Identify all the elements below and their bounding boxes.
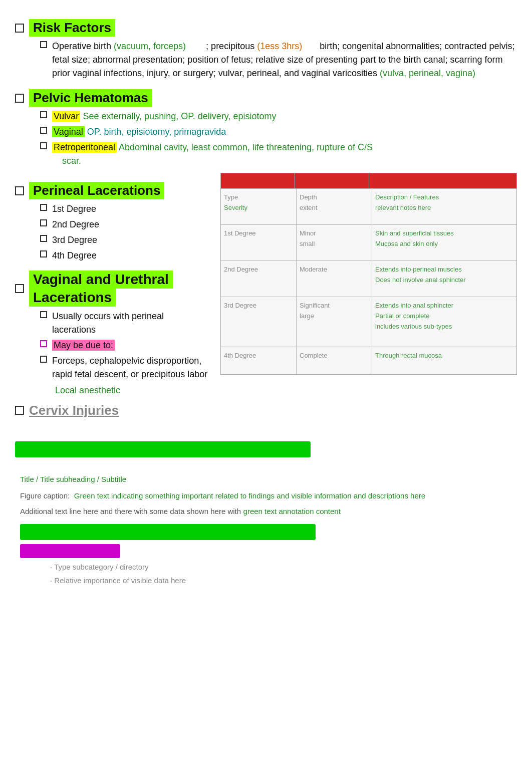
degree-4-bullet (40, 250, 47, 257)
retroperitoneal-item: Retroperitoneal Abdominal cavity, least … (40, 141, 517, 168)
r2c3-text: Skin and superficial tissuesMucosa and s… (375, 229, 454, 247)
r2c1-text: 1st Degree (224, 229, 256, 237)
r2c2-text: Minorsmall (300, 229, 316, 247)
table-row-3: 2nd Degree Moderate Extends into perinea… (221, 260, 516, 297)
degree-1-bullet (40, 204, 47, 211)
table-row-1-cell-1: TypeSeverity (221, 189, 297, 224)
degree-2-text: 2nd Degree (52, 218, 99, 231)
table-row-3-cell-1: 2nd Degree (221, 261, 297, 297)
table-row-5-cell-2: Complete (297, 347, 372, 374)
r3c2-text: Moderate (300, 266, 327, 273)
table-row-3-cell-2: Moderate (297, 261, 372, 297)
vaginal-bullet (40, 127, 47, 134)
table-row-4-cell-3: Extends into anal sphincterPartial or co… (372, 297, 516, 347)
table-row-2-cell-3: Skin and superficial tissuesMucosa and s… (372, 225, 516, 260)
pelvic-hematomas-title: Pelvic Hematomas (29, 89, 152, 107)
sub-bullet-icon (40, 41, 47, 48)
table-row-5-cell-1: 4th Degree (221, 347, 297, 374)
forceps-text: Forceps, cephalopelvic disproportion,rap… (52, 354, 207, 381)
risk-factors-bullet (15, 24, 24, 33)
bottom-line-1: Title / Title subheading / Subtitle (20, 472, 517, 486)
cervix-injuries-section: Cervix Injuries (15, 403, 210, 418)
degree-3-bullet (40, 235, 47, 242)
pelvic-hematomas-section: Pelvic Hematomas (15, 89, 517, 107)
bottom-bullet-1: · Type subcategory / directory (50, 560, 517, 574)
vulvar-bullet (40, 111, 47, 118)
vaginal-occurs-bullet (40, 311, 47, 318)
bottom-extra-green: green text annotation content (243, 507, 341, 515)
green-highlight-bar-1 (15, 441, 311, 457)
degree-4-item: 4th Degree (40, 249, 210, 263)
laceration-table: TypeSeverity Depthextent Description / F… (220, 173, 517, 375)
perineal-row: Perineal Lacerations 1st Degree 2nd Degr… (15, 173, 517, 421)
r1c1-text: TypeSeverity (224, 193, 247, 211)
table-row-4: 3rd Degree Significantlarge Extends into… (221, 297, 516, 347)
table-row-4-cell-1: 3rd Degree (221, 297, 297, 347)
cervix-injuries-title: Cervix Injuries (29, 403, 119, 418)
may-be-due-text: May be due to: (52, 339, 115, 352)
r5c1-text: 4th Degree (224, 352, 256, 359)
table-header (221, 173, 516, 188)
r5c2-text: Complete (300, 352, 328, 359)
retroperitoneal-bullet (40, 142, 47, 149)
time-text: (1ess 3hrs) (257, 41, 302, 51)
bottom-title-text: Title / Title subheading / Subtitle (20, 475, 126, 483)
vaginal-urethral-title-block: Vaginal and Urethral Lacerations (29, 271, 173, 307)
page-wrapper: Risk Factors Operative birth (vacuum, fo… (15, 19, 517, 587)
retroperitoneal-desc: Abdominal cavity, least common, life thr… (119, 142, 373, 152)
table-row-2: 1st Degree Minorsmall Skin and superfici… (221, 224, 516, 260)
retroperitoneal-label: Retroperitoneal (52, 142, 117, 153)
r5c3-text: Through rectal mucosa (375, 352, 442, 359)
scar-text: scar. (62, 156, 81, 166)
may-be-due-bullet (40, 340, 47, 347)
varicosities-text: (vulva, perineal, vagina) (380, 68, 475, 78)
pink-highlight-bar (20, 544, 120, 558)
table-row-4-cell-2: Significantlarge (297, 297, 372, 347)
risk-factors-item-1: Operative birth (vacuum, forceps) ; prec… (40, 40, 517, 80)
perineal-left: Perineal Lacerations 1st Degree 2nd Degr… (15, 173, 210, 421)
table-row-1: TypeSeverity Depthextent Description / F… (221, 188, 516, 224)
table-header-cell-3 (369, 173, 516, 188)
risk-factors-text: Operative birth (vacuum, forceps) ; prec… (52, 40, 517, 80)
table-row-3-cell-3: Extends into perineal musclesDoes not in… (372, 261, 516, 297)
table-row-2-cell-1: 1st Degree (221, 225, 297, 260)
vulvar-label: Vulvar (52, 111, 80, 122)
vaginal-label: Vaginal (52, 126, 85, 137)
degree-3-item: 3rd Degree (40, 233, 210, 247)
degree-1-item: 1st Degree (40, 202, 210, 216)
bottom-bullet-2: · Relative importance of visible data he… (50, 574, 517, 587)
bottom-figure-text: Figure caption: (20, 491, 72, 500)
vaginal-occurs-item: Usually occurs with perineallacerations (40, 310, 210, 337)
risk-factors-section: Risk Factors (15, 19, 517, 37)
degree-1-text: 1st Degree (52, 202, 96, 216)
vacuum-forceps-text: (vacuum, forceps) (114, 41, 186, 51)
bottom-section: Title / Title subheading / Subtitle Figu… (20, 472, 517, 588)
r1c2-text: Depthextent (300, 193, 317, 211)
vaginal-urethral-title-line1: Vaginal and Urethral (29, 271, 173, 289)
may-be-due-item: May be due to: (40, 339, 210, 352)
vaginal-urethral-title-line2: Lacerations (29, 289, 116, 307)
vulvar-text: Vulvar See externally, pushing, OP. deli… (52, 110, 277, 123)
local-anesthetic-text: Local anesthetic (55, 383, 210, 398)
forceps-bullet (40, 356, 47, 363)
perineal-lacerations-section: Perineal Lacerations (15, 182, 210, 199)
retroperitoneal-text: Retroperitoneal Abdominal cavity, least … (52, 141, 373, 168)
table-row-1-cell-3: Description / Featuresrelevant notes her… (372, 189, 516, 224)
table-row-5-cell-3: Through rectal mucosa (372, 347, 516, 374)
vulvar-desc: See externally, pushing, OP. delivery, e… (83, 111, 276, 121)
table-row-5: 4th Degree Complete Through rectal mucos… (221, 347, 516, 374)
bottom-line-3: Additional text line here and there with… (20, 504, 517, 518)
cervix-bullet (15, 406, 24, 415)
table-header-cell-2 (295, 173, 369, 188)
vaginal-desc: OP. birth, episiotomy, primagravida (87, 127, 226, 137)
r4c3-text: Extends into anal sphincterPartial or co… (375, 302, 453, 330)
green-highlight-bar-2 (20, 524, 316, 540)
r4c2-text: Significantlarge (300, 302, 330, 320)
bottom-line-2: Figure caption: Green text indicating so… (20, 489, 517, 502)
vaginal-urethral-bullet (15, 284, 24, 293)
risk-factors-title: Risk Factors (29, 19, 115, 37)
degree-2-bullet (40, 219, 47, 226)
vaginal-item: Vaginal OP. birth, episiotomy, primagrav… (40, 125, 517, 139)
vaginal-text: Vaginal OP. birth, episiotomy, primagrav… (52, 125, 226, 139)
bottom-extra-text: Additional text line here and there with… (20, 507, 241, 515)
